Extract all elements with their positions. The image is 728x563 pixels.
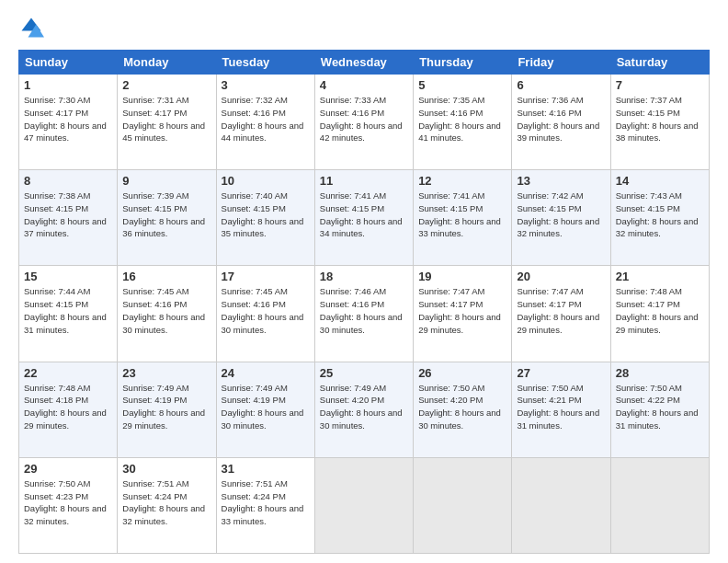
calendar-day-18: 18Sunrise: 7:46 AMSunset: 4:16 PMDayligh… bbox=[314, 266, 413, 362]
day-number: 25 bbox=[320, 366, 408, 380]
day-info: Sunrise: 7:37 AMSunset: 4:15 PMDaylight:… bbox=[616, 94, 704, 144]
day-info: Sunrise: 7:48 AMSunset: 4:18 PMDaylight:… bbox=[24, 382, 112, 432]
day-number: 10 bbox=[222, 174, 310, 188]
day-number: 21 bbox=[616, 270, 704, 283]
col-header-friday: Friday bbox=[512, 51, 610, 75]
calendar-day-20: 20Sunrise: 7:47 AMSunset: 4:17 PMDayligh… bbox=[512, 266, 610, 362]
day-info: Sunrise: 7:35 AMSunset: 4:16 PMDaylight:… bbox=[418, 94, 506, 144]
page: SundayMondayTuesdayWednesdayThursdayFrid… bbox=[0, 0, 728, 563]
day-info: Sunrise: 7:31 AMSunset: 4:17 PMDaylight:… bbox=[122, 94, 210, 144]
calendar-header-row: SundayMondayTuesdayWednesdayThursdayFrid… bbox=[19, 51, 710, 75]
day-number: 22 bbox=[24, 366, 112, 380]
day-number: 31 bbox=[222, 462, 310, 476]
calendar-empty bbox=[610, 457, 709, 553]
calendar-day-7: 7Sunrise: 7:37 AMSunset: 4:15 PMDaylight… bbox=[610, 75, 709, 170]
day-number: 5 bbox=[418, 78, 506, 92]
day-info: Sunrise: 7:47 AMSunset: 4:17 PMDaylight:… bbox=[517, 285, 605, 336]
day-info: Sunrise: 7:44 AMSunset: 4:15 PMDaylight:… bbox=[24, 285, 112, 336]
day-number: 27 bbox=[517, 366, 605, 380]
calendar-day-8: 8Sunrise: 7:38 AMSunset: 4:15 PMDaylight… bbox=[19, 170, 118, 266]
day-info: Sunrise: 7:33 AMSunset: 4:16 PMDaylight:… bbox=[320, 94, 408, 144]
day-number: 12 bbox=[418, 174, 506, 188]
day-info: Sunrise: 7:36 AMSunset: 4:16 PMDaylight:… bbox=[517, 94, 605, 144]
calendar-day-10: 10Sunrise: 7:40 AMSunset: 4:15 PMDayligh… bbox=[216, 170, 314, 266]
day-number: 1 bbox=[24, 78, 112, 92]
day-number: 28 bbox=[616, 366, 704, 380]
day-number: 15 bbox=[24, 270, 112, 283]
day-info: Sunrise: 7:49 AMSunset: 4:19 PMDaylight:… bbox=[122, 382, 210, 432]
day-info: Sunrise: 7:45 AMSunset: 4:16 PMDaylight:… bbox=[122, 285, 210, 336]
day-info: Sunrise: 7:30 AMSunset: 4:17 PMDaylight:… bbox=[24, 94, 112, 144]
col-header-tuesday: Tuesday bbox=[216, 51, 314, 75]
day-info: Sunrise: 7:50 AMSunset: 4:20 PMDaylight:… bbox=[418, 382, 506, 432]
calendar-empty bbox=[414, 457, 512, 553]
col-header-monday: Monday bbox=[118, 51, 216, 75]
day-info: Sunrise: 7:41 AMSunset: 4:15 PMDaylight:… bbox=[320, 190, 408, 240]
day-info: Sunrise: 7:41 AMSunset: 4:15 PMDaylight:… bbox=[418, 190, 506, 240]
day-number: 13 bbox=[517, 174, 605, 188]
day-info: Sunrise: 7:48 AMSunset: 4:17 PMDaylight:… bbox=[616, 285, 704, 336]
day-number: 29 bbox=[24, 462, 112, 476]
day-number: 19 bbox=[418, 270, 506, 283]
calendar-week-2: 8Sunrise: 7:38 AMSunset: 4:15 PMDaylight… bbox=[19, 170, 710, 266]
day-info: Sunrise: 7:46 AMSunset: 4:16 PMDaylight:… bbox=[320, 285, 408, 336]
day-number: 30 bbox=[122, 462, 210, 476]
day-info: Sunrise: 7:40 AMSunset: 4:15 PMDaylight:… bbox=[222, 190, 310, 240]
calendar-table: SundayMondayTuesdayWednesdayThursdayFrid… bbox=[18, 50, 710, 554]
calendar-day-27: 27Sunrise: 7:50 AMSunset: 4:21 PMDayligh… bbox=[512, 362, 610, 457]
calendar-day-12: 12Sunrise: 7:41 AMSunset: 4:15 PMDayligh… bbox=[414, 170, 512, 266]
day-number: 17 bbox=[222, 270, 310, 283]
day-number: 26 bbox=[418, 366, 506, 380]
calendar-week-1: 1Sunrise: 7:30 AMSunset: 4:17 PMDaylight… bbox=[19, 75, 710, 170]
day-number: 4 bbox=[320, 78, 408, 92]
day-number: 8 bbox=[24, 174, 112, 188]
day-info: Sunrise: 7:51 AMSunset: 4:24 PMDaylight:… bbox=[122, 477, 210, 528]
day-number: 7 bbox=[616, 78, 704, 92]
col-header-saturday: Saturday bbox=[610, 51, 709, 75]
header bbox=[18, 15, 710, 40]
calendar-week-4: 22Sunrise: 7:48 AMSunset: 4:18 PMDayligh… bbox=[19, 362, 710, 457]
day-number: 9 bbox=[122, 174, 210, 188]
calendar-empty bbox=[512, 457, 610, 553]
day-number: 16 bbox=[122, 270, 210, 283]
logo-icon bbox=[18, 15, 44, 40]
calendar-day-15: 15Sunrise: 7:44 AMSunset: 4:15 PMDayligh… bbox=[19, 266, 118, 362]
col-header-thursday: Thursday bbox=[414, 51, 512, 75]
day-number: 24 bbox=[222, 366, 310, 380]
day-info: Sunrise: 7:45 AMSunset: 4:16 PMDaylight:… bbox=[222, 285, 310, 336]
day-info: Sunrise: 7:50 AMSunset: 4:21 PMDaylight:… bbox=[517, 382, 605, 432]
day-number: 20 bbox=[517, 270, 605, 283]
day-number: 11 bbox=[320, 174, 408, 188]
calendar-day-23: 23Sunrise: 7:49 AMSunset: 4:19 PMDayligh… bbox=[118, 362, 216, 457]
calendar-day-13: 13Sunrise: 7:42 AMSunset: 4:15 PMDayligh… bbox=[512, 170, 610, 266]
calendar-day-19: 19Sunrise: 7:47 AMSunset: 4:17 PMDayligh… bbox=[414, 266, 512, 362]
day-info: Sunrise: 7:51 AMSunset: 4:24 PMDaylight:… bbox=[222, 477, 310, 528]
calendar-week-3: 15Sunrise: 7:44 AMSunset: 4:15 PMDayligh… bbox=[19, 266, 710, 362]
calendar-week-5: 29Sunrise: 7:50 AMSunset: 4:23 PMDayligh… bbox=[19, 457, 710, 553]
calendar-day-4: 4Sunrise: 7:33 AMSunset: 4:16 PMDaylight… bbox=[314, 75, 413, 170]
calendar-day-17: 17Sunrise: 7:45 AMSunset: 4:16 PMDayligh… bbox=[216, 266, 314, 362]
calendar-day-31: 31Sunrise: 7:51 AMSunset: 4:24 PMDayligh… bbox=[216, 457, 314, 553]
day-info: Sunrise: 7:47 AMSunset: 4:17 PMDaylight:… bbox=[418, 285, 506, 336]
day-info: Sunrise: 7:43 AMSunset: 4:15 PMDaylight:… bbox=[616, 190, 704, 240]
calendar-day-28: 28Sunrise: 7:50 AMSunset: 4:22 PMDayligh… bbox=[610, 362, 709, 457]
calendar-day-9: 9Sunrise: 7:39 AMSunset: 4:15 PMDaylight… bbox=[118, 170, 216, 266]
day-number: 6 bbox=[517, 78, 605, 92]
calendar-empty bbox=[314, 457, 413, 553]
calendar-day-5: 5Sunrise: 7:35 AMSunset: 4:16 PMDaylight… bbox=[414, 75, 512, 170]
calendar-day-6: 6Sunrise: 7:36 AMSunset: 4:16 PMDaylight… bbox=[512, 75, 610, 170]
calendar-day-30: 30Sunrise: 7:51 AMSunset: 4:24 PMDayligh… bbox=[118, 457, 216, 553]
calendar-day-1: 1Sunrise: 7:30 AMSunset: 4:17 PMDaylight… bbox=[19, 75, 118, 170]
calendar-day-26: 26Sunrise: 7:50 AMSunset: 4:20 PMDayligh… bbox=[414, 362, 512, 457]
day-number: 18 bbox=[320, 270, 408, 283]
calendar-day-11: 11Sunrise: 7:41 AMSunset: 4:15 PMDayligh… bbox=[314, 170, 413, 266]
calendar-day-24: 24Sunrise: 7:49 AMSunset: 4:19 PMDayligh… bbox=[216, 362, 314, 457]
calendar-day-25: 25Sunrise: 7:49 AMSunset: 4:20 PMDayligh… bbox=[314, 362, 413, 457]
day-info: Sunrise: 7:50 AMSunset: 4:22 PMDaylight:… bbox=[616, 382, 704, 432]
day-info: Sunrise: 7:32 AMSunset: 4:16 PMDaylight:… bbox=[222, 94, 310, 144]
day-info: Sunrise: 7:42 AMSunset: 4:15 PMDaylight:… bbox=[517, 190, 605, 240]
day-info: Sunrise: 7:38 AMSunset: 4:15 PMDaylight:… bbox=[24, 190, 112, 240]
day-info: Sunrise: 7:50 AMSunset: 4:23 PMDaylight:… bbox=[24, 477, 112, 528]
day-number: 2 bbox=[122, 78, 210, 92]
calendar-day-3: 3Sunrise: 7:32 AMSunset: 4:16 PMDaylight… bbox=[216, 75, 314, 170]
